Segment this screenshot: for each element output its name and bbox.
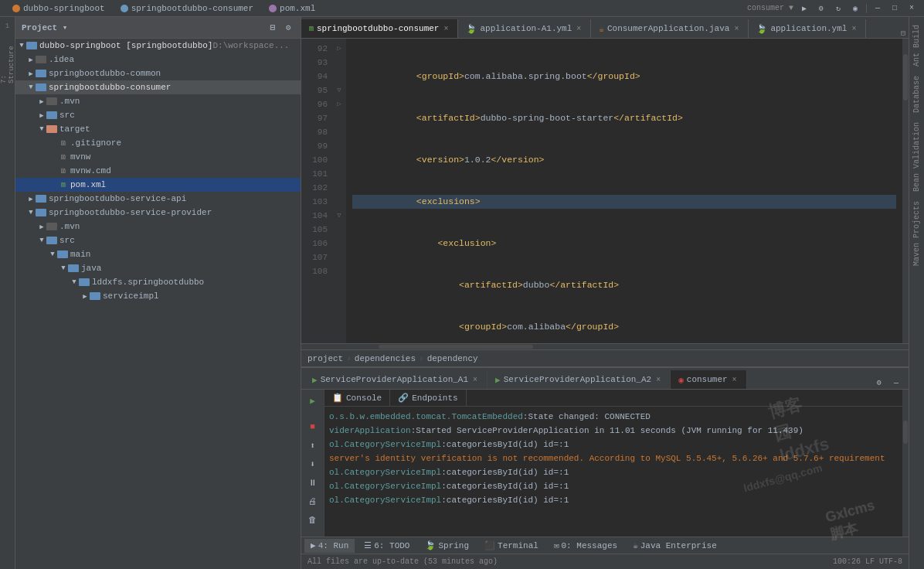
tree-item-gitignore[interactable]: 🗎 .gitignore xyxy=(15,136,301,150)
split-icon[interactable]: ⊟ xyxy=(901,29,905,38)
run-button[interactable]: ▶ xyxy=(798,2,810,15)
tree-item-idea[interactable]: ▶ .idea xyxy=(15,53,301,66)
tree-item-mvn[interactable]: ▶ .mvn xyxy=(15,94,301,108)
console-class-5: ol.CategoryServiceImpl xyxy=(329,465,441,479)
run-again-button[interactable]: ▶ xyxy=(305,393,321,408)
breadcrumb-dependency[interactable]: dependency xyxy=(427,354,478,363)
minimize-panel-icon[interactable]: — xyxy=(890,376,902,389)
editor-tab-yml[interactable]: 🍃 application.yml × xyxy=(749,19,866,38)
structure-icon[interactable]: 7: Structure xyxy=(2,59,14,71)
tree-item-target[interactable]: ▼ target xyxy=(15,122,301,136)
close-button[interactable]: × xyxy=(905,2,918,15)
print-button[interactable]: 🖨 xyxy=(305,493,321,509)
tree-item-java[interactable]: ▼ java xyxy=(15,261,301,275)
gutter-104: ▽ xyxy=(332,209,346,223)
consumer-java-close[interactable]: × xyxy=(732,25,740,33)
breadcrumb-sep-2: › xyxy=(419,354,424,363)
project-header: Project ▾ ⊟ ⚙ xyxy=(15,17,301,39)
pom-tab-close[interactable]: × xyxy=(442,25,450,33)
app-tab-spring[interactable]: 🍃 Spring xyxy=(419,539,475,553)
editor-scrollbar[interactable] xyxy=(902,39,909,343)
title-bar-controls: consumer ▼ ▶ ⚙ ↻ ◉ — □ × xyxy=(747,2,918,15)
bean-validation-panel[interactable]: Bean Validation xyxy=(911,118,922,196)
tree-item-consumer-folder[interactable]: ▼ springbootdubbo-consumer xyxy=(15,80,301,94)
tree-label-provider-mvn: .mvn xyxy=(59,222,80,231)
ant-build-panel[interactable]: Ant Build xyxy=(911,20,922,71)
tree-label-pom: pom.xml xyxy=(70,180,106,189)
maven-projects-panel[interactable]: Maven Projects xyxy=(911,196,922,271)
console-colon-6: : xyxy=(441,479,447,493)
console-class-2: viderApplication xyxy=(329,424,411,438)
editor-tab-pom[interactable]: m springbootdubbo-consumer × xyxy=(301,19,458,38)
run-icon: ▶ xyxy=(311,540,316,550)
app-tab-java-enterprise[interactable]: ☕ Java Enterprise xyxy=(627,539,723,553)
tree-item-root[interactable]: ▼ dubbo-springboot [springbootdubbo] D:\… xyxy=(15,39,301,53)
file-icon-pom: m xyxy=(59,181,68,189)
tree-item-provider-src[interactable]: ▼ src xyxy=(15,233,301,247)
tree-item-mvnw[interactable]: 🗎 mvnw xyxy=(15,150,301,164)
pause-button[interactable]: ⏸ xyxy=(305,475,321,490)
console-warn-4: server's identity verification is not re… xyxy=(329,451,885,465)
tree-item-main[interactable]: ▼ main xyxy=(15,247,301,261)
tree-item-service-provider[interactable]: ▼ springbootdubbo-service-provider xyxy=(15,206,301,220)
collapse-all-icon[interactable]: ⊟ xyxy=(267,22,279,34)
breadcrumb-dependencies[interactable]: dependencies xyxy=(355,354,416,363)
arrow-service-api: ▶ xyxy=(26,195,36,203)
maximize-button[interactable]: □ xyxy=(888,2,901,15)
profile-button[interactable]: ◉ xyxy=(849,2,861,15)
app-tab-run[interactable]: ▶ 4: Run xyxy=(304,539,355,553)
app-tab-messages[interactable]: ✉ 0: Messages xyxy=(548,539,623,553)
app-tab-todo[interactable]: ☰ 6: TODO xyxy=(358,539,416,553)
debug-button[interactable]: ⚙ xyxy=(815,2,827,15)
console-tab-console[interactable]: 📋 Console xyxy=(324,390,390,406)
tree-item-package[interactable]: ▼ lddxfs.springbootdubbo xyxy=(15,275,301,289)
title-tab-pom[interactable]: pom.xml xyxy=(263,2,321,15)
editor-tab-consumer-java[interactable]: ☕ ConsumerApplication.java × xyxy=(591,19,749,38)
spring-icon: 🍃 xyxy=(425,540,436,550)
run-tab-close-3[interactable]: × xyxy=(731,376,739,384)
yml-close[interactable]: × xyxy=(850,25,858,33)
console-scrollbar[interactable] xyxy=(902,390,909,537)
tree-item-common[interactable]: ▶ springbootdubbo-common xyxy=(15,66,301,80)
update-button[interactable]: ↻ xyxy=(832,2,844,15)
breadcrumb-project[interactable]: project xyxy=(307,354,343,363)
app-tab-terminal[interactable]: ⬛ Terminal xyxy=(478,539,545,553)
run-tab-consumer[interactable]: ◉ consumer × xyxy=(671,370,746,389)
clear-button[interactable]: 🗑 xyxy=(305,512,321,527)
gutter-107 xyxy=(332,250,346,264)
settings-gear-icon[interactable]: ⚙ xyxy=(873,376,885,389)
title-tab-pom-label: pom.xml xyxy=(280,4,315,13)
run-tab-sp-a1[interactable]: ▶ ServiceProviderApplication_A1 × xyxy=(304,370,487,389)
a1yml-close[interactable]: × xyxy=(575,25,583,33)
folder-icon-service-provider xyxy=(36,209,46,216)
tree-item-service-api[interactable]: ▶ springbootdubbo-service-api xyxy=(15,192,301,206)
stop-button[interactable]: ■ xyxy=(305,419,321,434)
code-line-94: <version>1.0.2</version> xyxy=(352,153,896,167)
run-tab-sp-a2[interactable]: ▶ ServiceProviderApplication_A2 × xyxy=(487,370,671,389)
gutter-97 xyxy=(332,111,346,125)
tree-item-mvnwcmd[interactable]: 🗎 mvnw.cmd xyxy=(15,164,301,178)
title-tab-consumer[interactable]: springbootdubbo-consumer xyxy=(114,2,260,15)
editor-tab-a1yml[interactable]: 🍃 application-A1.yml × xyxy=(458,19,591,38)
settings-icon[interactable]: ⚙ xyxy=(282,22,294,34)
folder-icon-provider-mvn xyxy=(46,223,57,230)
run-tab-close-1[interactable]: × xyxy=(471,376,479,384)
title-tab-dubbo[interactable]: dubbo-springboot xyxy=(6,2,111,15)
editor-hscrollbar[interactable] xyxy=(301,343,909,349)
indent xyxy=(352,70,416,83)
console-line-5: ol.CategoryServiceImpl : categoriesById(… xyxy=(329,465,898,479)
database-panel[interactable]: Database xyxy=(911,71,922,118)
scroll-top-button[interactable]: ⬆ xyxy=(305,438,321,453)
console-tab-endpoints[interactable]: 🔗 Endpoints xyxy=(390,390,466,406)
tree-item-pom[interactable]: m pom.xml xyxy=(15,178,301,192)
scroll-down-button[interactable]: ⬇ xyxy=(305,456,321,472)
minimize-button[interactable]: — xyxy=(871,2,884,15)
run-tab-close-2[interactable]: × xyxy=(654,376,662,384)
line-numbers: 92 93 94 95 96 97 98 99 100 101 102 103 … xyxy=(301,39,332,343)
bottom-run-tabs: ▶ ServiceProviderApplication_A1 × ▶ Serv… xyxy=(301,368,909,390)
tree-item-serviceimpl[interactable]: ▶ serviceimpl xyxy=(15,289,301,303)
tree-item-src[interactable]: ▶ src xyxy=(15,108,301,122)
code-content[interactable]: <groupId>com.alibaba.spring.boot</groupI… xyxy=(346,39,902,343)
tree-item-provider-mvn[interactable]: ▶ .mvn xyxy=(15,220,301,233)
sidebar-toggle-icon[interactable]: 1 xyxy=(2,20,14,32)
